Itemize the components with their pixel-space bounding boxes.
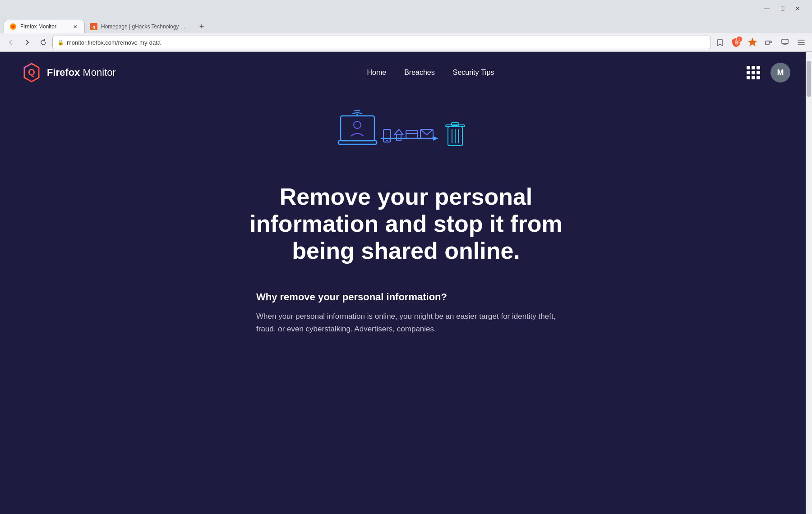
grid-dot-2 — [752, 66, 755, 69]
extensions-button[interactable] — [761, 35, 776, 50]
nav-breaches[interactable]: Breaches — [404, 69, 435, 77]
firefox-monitor-logo-icon: Q — [22, 63, 42, 83]
grid-dot-1 — [747, 66, 750, 69]
tab-title-firefox-monitor: Firefox Monitor — [20, 23, 67, 30]
svg-rect-6 — [766, 41, 769, 45]
nav-bar: 🔒 monitor.firefox.com/remove-my-data B 1 — [0, 33, 812, 51]
tab-firefox-monitor[interactable]: Firefox Monitor ✕ — [4, 20, 85, 33]
apps-grid-icon — [747, 66, 760, 79]
nav-home[interactable]: Home — [367, 69, 386, 77]
close-button[interactable]: ✕ — [790, 2, 805, 15]
why-section-title: Why remove your personal information? — [256, 291, 556, 303]
svg-rect-14 — [338, 141, 377, 144]
why-section: Why remove your personal information? Wh… — [235, 291, 577, 335]
tab-title-ghacks: Homepage | gHacks Technology News — [101, 23, 188, 30]
svg-point-16 — [356, 114, 358, 115]
monitor-nav-right: M — [745, 63, 790, 83]
maximize-button[interactable]: ⎕ — [775, 2, 789, 15]
browser-chrome: — ⎕ ✕ Firefox Monitor ✕ g — [0, 0, 812, 52]
tab-ghacks[interactable]: g Homepage | gHacks Technology News — [85, 20, 193, 33]
website-content: Q Firefox Monitor Home Breaches Security… — [0, 52, 812, 514]
why-section-text: When your personal information is online… — [256, 310, 556, 335]
title-bar: — ⎕ ✕ — [0, 0, 812, 17]
scrollbar[interactable] — [806, 52, 812, 514]
svg-marker-21 — [394, 129, 403, 135]
minimize-button[interactable]: — — [760, 2, 774, 15]
grid-dot-9 — [757, 76, 760, 79]
scrollbar-thumb[interactable] — [807, 61, 811, 97]
grid-dot-7 — [747, 76, 750, 79]
menu-button[interactable] — [794, 35, 808, 50]
svg-rect-22 — [397, 135, 401, 140]
brave-rewards-button[interactable] — [745, 35, 760, 50]
grid-dot-8 — [752, 76, 755, 79]
apps-grid-button[interactable] — [745, 64, 761, 81]
grid-dot-5 — [752, 71, 755, 74]
svg-rect-7 — [782, 39, 788, 44]
back-button[interactable] — [4, 35, 18, 50]
grid-dot-6 — [757, 71, 760, 74]
svg-rect-27 — [452, 123, 459, 125]
tab-favicon-ghacks: g — [90, 23, 97, 30]
grid-dot-4 — [747, 71, 750, 74]
downloads-button[interactable] — [778, 35, 792, 50]
monitor-logo[interactable]: Q Firefox Monitor — [22, 63, 116, 83]
svg-point-15 — [354, 121, 361, 128]
refresh-button[interactable] — [36, 35, 51, 50]
monitor-nav: Q Firefox Monitor Home Breaches Security… — [0, 52, 812, 93]
svg-text:g: g — [92, 25, 95, 29]
svg-marker-18 — [433, 136, 438, 141]
grid-dot-3 — [757, 66, 760, 69]
hero-illustration — [329, 111, 483, 165]
user-avatar[interactable]: M — [770, 63, 790, 83]
window-controls: — ⎕ ✕ — [760, 2, 805, 15]
hero-title: Remove your personal information and sto… — [226, 184, 586, 264]
forward-button[interactable] — [20, 35, 34, 50]
tabs-bar: Firefox Monitor ✕ g Homepage | gHacks Te… — [0, 17, 812, 33]
lock-icon: 🔒 — [57, 39, 64, 46]
svg-text:Q: Q — [28, 67, 35, 77]
url-text: monitor.firefox.com/remove-my-data — [67, 39, 706, 46]
nav-security-tips[interactable]: Security Tips — [453, 69, 494, 77]
tab-close-firefox-monitor[interactable]: ✕ — [71, 23, 79, 31]
new-tab-button[interactable]: + — [195, 20, 208, 33]
svg-rect-23 — [406, 130, 418, 138]
address-bar[interactable]: 🔒 monitor.firefox.com/remove-my-data — [52, 36, 711, 49]
monitor-logo-text: Firefox Monitor — [47, 67, 116, 78]
brave-shield-button[interactable]: B 1 — [729, 35, 743, 50]
bookmark-button[interactable] — [713, 35, 727, 50]
tab-favicon-firefox — [9, 23, 17, 30]
svg-point-2 — [12, 26, 14, 28]
monitor-nav-links: Home Breaches Security Tips — [367, 69, 494, 77]
hero-svg — [329, 109, 483, 168]
hero-section: Remove your personal information and sto… — [0, 93, 812, 335]
brave-badge: 1 — [736, 36, 743, 42]
